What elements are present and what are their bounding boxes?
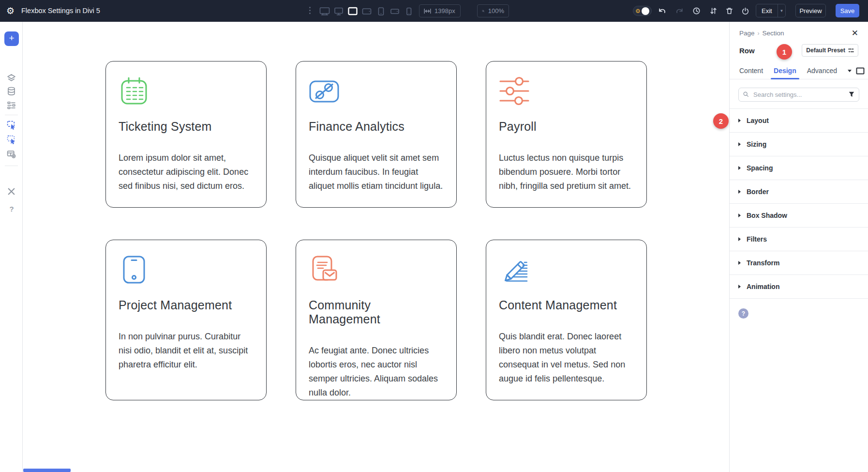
tablet-landscape-icon[interactable] <box>360 6 373 16</box>
exit-dropdown-caret-icon[interactable]: ▼ <box>778 4 785 17</box>
sort-arrows-icon[interactable] <box>709 7 718 15</box>
page-title: Flexbox Settings in Divi 5 <box>21 0 100 22</box>
chevron-down-icon[interactable] <box>848 70 852 72</box>
phone-portrait-icon[interactable] <box>403 6 415 16</box>
canvas-width-value: 1398px <box>434 7 455 15</box>
trash-icon[interactable] <box>725 7 733 15</box>
zoomed-desktop-icon[interactable] <box>346 6 359 16</box>
breadcrumb: Page › Section ✕ <box>739 29 858 37</box>
chevron-right-icon <box>738 119 741 122</box>
power-icon[interactable] <box>741 7 749 15</box>
card-title[interactable]: Content Management <box>499 298 634 312</box>
card-body[interactable]: Ac feugiat ante. Donec ultricies loborti… <box>309 344 444 400</box>
chevron-right-icon <box>738 261 741 265</box>
card-title[interactable]: Community Management <box>309 298 444 326</box>
calendar-icon[interactable] <box>119 76 150 107</box>
panel-help-icon[interactable]: ? <box>738 308 748 319</box>
interaction-mode-toggle[interactable]: ⚙ <box>633 6 652 16</box>
chevron-right-icon <box>738 237 741 241</box>
card-title[interactable]: Payroll <box>499 120 634 134</box>
card-title[interactable]: Project Management <box>119 298 254 312</box>
blurb-card-content[interactable]: Content Management Quis blandit erat. Do… <box>486 240 647 400</box>
card-title[interactable]: Ticketing System <box>119 120 254 134</box>
click-mode-icon[interactable] <box>6 120 16 130</box>
annotation-badge-2: 2 <box>713 113 729 129</box>
section-border[interactable]: Border <box>730 180 868 204</box>
settings-gear-icon[interactable]: ⚙ <box>6 5 15 16</box>
card-body[interactable]: Quis blandit erat. Donec laoreet libero … <box>499 330 634 386</box>
exit-button[interactable]: Exit ▼ <box>756 4 786 17</box>
blurb-card-project[interactable]: Project Management In non pulvinar purus… <box>105 240 267 400</box>
canvas-zoom-value: 100% <box>488 7 504 15</box>
toggle-knob <box>642 7 649 15</box>
breadcrumb-section[interactable]: Section <box>763 30 784 37</box>
blurb-card-community[interactable]: Community Management Ac feugiat ante. Do… <box>296 240 457 400</box>
tab-design[interactable]: Design <box>774 62 796 79</box>
desktop-large-icon[interactable] <box>318 6 331 16</box>
phone-landscape-icon[interactable] <box>389 6 401 16</box>
element-title: Row <box>739 46 755 55</box>
chevron-right-icon <box>738 285 741 289</box>
top-toolbar: ⚙ Flexbox Settings in Divi 5 <box>0 0 868 22</box>
desktop-frame-icon[interactable] <box>856 67 865 75</box>
default-preset-button[interactable]: Default Preset <box>802 44 858 57</box>
sliders-icon[interactable] <box>499 76 530 107</box>
card-body[interactable]: Quisque aliquet velit sit amet sem inter… <box>309 151 444 193</box>
chevron-right-icon <box>738 213 741 217</box>
blurb-card-payroll[interactable]: Payroll Luctus lectus non quisque turpis… <box>486 61 647 208</box>
chevron-right-icon <box>738 166 741 170</box>
blurb-card-ticketing[interactable]: Ticketing System Lorem ipsum dolor sit a… <box>105 61 267 208</box>
preview-button[interactable]: Preview <box>795 4 826 17</box>
phone-icon[interactable] <box>374 6 387 16</box>
page-settings-icon[interactable] <box>6 149 16 159</box>
redo-icon[interactable] <box>675 7 684 15</box>
card-title[interactable]: Finance Analytics <box>309 120 444 134</box>
layers-icon[interactable] <box>6 73 16 83</box>
insert-section-indicator[interactable] <box>23 469 71 472</box>
document-mail-icon[interactable] <box>309 254 340 285</box>
section-layout[interactable]: Layout <box>730 109 868 133</box>
hover-mode-icon[interactable] <box>6 135 16 145</box>
section-transform[interactable]: Transform <box>730 251 868 275</box>
save-button[interactable]: Save <box>836 4 859 17</box>
builder-canvas: Ticketing System Lorem ipsum dolor sit a… <box>23 22 729 472</box>
exit-label: Exit <box>756 7 778 15</box>
magnifier-icon <box>482 8 485 15</box>
canvas-width-control[interactable]: 1398px <box>419 4 461 17</box>
breakpoint-switcher <box>318 6 415 16</box>
sidebar-help-icon[interactable]: ? <box>7 205 16 213</box>
settings-panel: 1 2 Page › Section ✕ Row Default Preset … <box>729 22 868 472</box>
tablet-icon[interactable] <box>119 254 150 285</box>
tab-advanced[interactable]: Advanced <box>807 62 837 79</box>
section-spacing[interactable]: Spacing <box>730 156 868 180</box>
close-icon[interactable]: ✕ <box>852 29 858 37</box>
tools-icon[interactable] <box>6 186 16 197</box>
canvas-zoom-control[interactable]: 100% <box>477 4 509 17</box>
settings-tabs: Content Design Advanced <box>730 62 868 79</box>
sidebar-divider <box>5 115 18 115</box>
preset-icon <box>848 47 854 53</box>
history-clock-icon[interactable] <box>692 7 701 15</box>
desktop-icon[interactable] <box>332 6 345 16</box>
wireframe-icon[interactable] <box>6 100 16 110</box>
section-sizing[interactable]: Sizing <box>730 133 868 156</box>
section-filters[interactable]: Filters <box>730 228 868 251</box>
database-icon[interactable] <box>6 86 16 96</box>
breadcrumb-page[interactable]: Page <box>739 30 755 37</box>
undo-icon[interactable] <box>658 7 666 15</box>
add-button[interactable]: + <box>4 31 19 46</box>
card-body[interactable]: In non pulvinar purus. Curabitur nisi od… <box>119 330 254 372</box>
card-body[interactable]: Luctus lectus non quisque turpis bibendu… <box>499 151 634 193</box>
blurb-card-finance[interactable]: Finance Analytics Quisque aliquet velit … <box>296 61 457 208</box>
card-body[interactable]: Lorem ipsum dolor sit amet, consectetur … <box>119 151 254 193</box>
width-arrows-icon <box>424 8 431 14</box>
filter-funnel-icon[interactable] <box>848 91 855 98</box>
link-circles-icon[interactable] <box>309 76 340 107</box>
more-options-icon[interactable] <box>309 7 311 14</box>
section-box-shadow[interactable]: Box Shadow <box>730 204 868 228</box>
section-animation[interactable]: Animation <box>730 275 868 299</box>
search-settings-input[interactable] <box>738 88 859 102</box>
chevron-right-icon <box>738 190 741 194</box>
tab-content[interactable]: Content <box>739 62 763 79</box>
pencil-lines-icon[interactable] <box>499 254 530 285</box>
